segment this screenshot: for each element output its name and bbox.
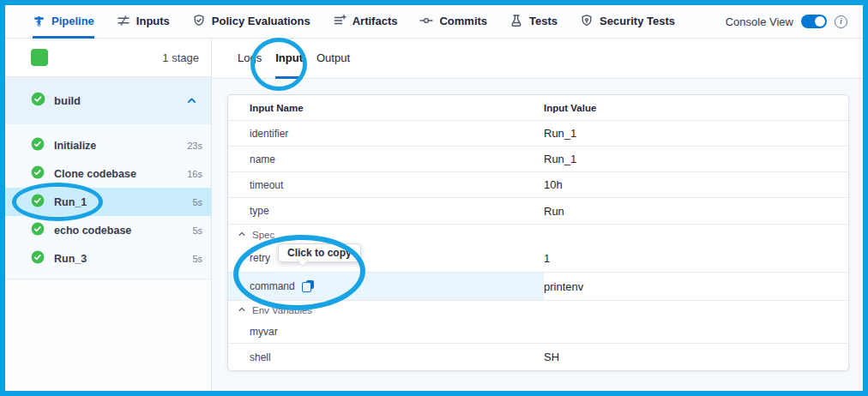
step-list: Initialize 23s Clone codebase 16s Run_1 … bbox=[5, 124, 211, 279]
top-tab-label: Tests bbox=[529, 15, 558, 27]
stage-name: build bbox=[54, 94, 81, 107]
input-value: 1 bbox=[544, 252, 848, 265]
top-tab-artifacts[interactable]: Artifacts bbox=[333, 5, 398, 39]
check-circle-icon bbox=[31, 194, 45, 211]
copy-icon[interactable] bbox=[302, 280, 314, 292]
top-tab-label: Security Tests bbox=[600, 15, 675, 27]
click-to-copy-tooltip: Click to copy bbox=[278, 243, 361, 262]
table-row[interactable]: myvar bbox=[228, 320, 848, 344]
input-value: SH bbox=[544, 351, 848, 363]
step-clone-codebase[interactable]: Clone codebase 16s bbox=[5, 159, 211, 188]
pipeline-icon bbox=[33, 15, 45, 27]
step-duration: 23s bbox=[187, 141, 202, 151]
tab-input[interactable]: Input bbox=[275, 39, 303, 79]
input-values-card: Input Name Input Value identifier Run_1 … bbox=[227, 94, 849, 371]
input-name: shell bbox=[250, 351, 271, 363]
input-value: Run_1 bbox=[544, 153, 848, 165]
table-header-row: Input Name Input Value bbox=[228, 95, 848, 121]
tests-icon bbox=[509, 14, 523, 27]
tab-label: Output bbox=[316, 51, 350, 64]
input-value: Run_1 bbox=[544, 127, 848, 140]
step-duration: 16s bbox=[187, 169, 202, 179]
top-tab-pipeline[interactable]: Pipeline bbox=[33, 5, 94, 39]
table-row[interactable]: type Run bbox=[228, 198, 848, 225]
input-value: printenv bbox=[544, 280, 848, 293]
chevron-up-icon[interactable] bbox=[186, 95, 197, 106]
step-duration: 5s bbox=[192, 254, 202, 264]
policy-evaluations-icon bbox=[192, 14, 206, 27]
execution-sidebar: 1 stage build Initialize 23s bbox=[5, 39, 212, 391]
top-tab-label: Policy Evaluations bbox=[212, 15, 310, 27]
input-name: name bbox=[250, 153, 275, 165]
section-label: Spec bbox=[252, 230, 274, 240]
input-value: Run bbox=[544, 205, 848, 218]
step-name: Run_3 bbox=[54, 253, 87, 265]
step-run-3[interactable]: Run_3 5s bbox=[5, 244, 211, 273]
chevron-up-icon bbox=[238, 230, 246, 240]
check-circle-icon bbox=[31, 92, 45, 110]
column-header-input-name: Input Name bbox=[228, 95, 544, 120]
stage-status-square-icon bbox=[31, 49, 48, 66]
section-label: Env Variables bbox=[252, 305, 312, 315]
chevron-up-icon bbox=[238, 305, 246, 315]
top-tab-policy-evaluations[interactable]: Policy Evaluations bbox=[192, 5, 310, 39]
stage-row-build[interactable]: build bbox=[5, 77, 211, 124]
table-row[interactable]: shell SH bbox=[228, 344, 848, 370]
console-view-toggle[interactable] bbox=[801, 15, 827, 28]
security-tests-icon bbox=[580, 14, 594, 27]
artifacts-icon bbox=[333, 14, 347, 27]
toggle-knob bbox=[815, 16, 825, 27]
top-tab-security-tests[interactable]: Security Tests bbox=[580, 5, 675, 39]
check-circle-icon bbox=[31, 137, 45, 154]
step-name: echo codebase bbox=[54, 225, 131, 237]
step-initialize[interactable]: Initialize 23s bbox=[5, 131, 211, 159]
details-tabbar: Logs Input Output bbox=[212, 39, 863, 79]
input-value: 10h bbox=[544, 178, 848, 191]
input-name: command bbox=[250, 280, 295, 292]
info-icon[interactable]: i bbox=[835, 15, 847, 28]
tab-label: Logs bbox=[238, 51, 262, 64]
input-name: retry bbox=[250, 252, 270, 264]
table-row[interactable]: name Run_1 bbox=[228, 147, 848, 172]
column-header-input-value: Input Value bbox=[544, 103, 848, 113]
pipeline-execution-app: Pipeline Inputs Policy Evaluations Artif… bbox=[5, 5, 863, 391]
top-tab-label: Pipeline bbox=[51, 15, 94, 27]
tab-output[interactable]: Output bbox=[316, 39, 350, 79]
table-row[interactable]: identifier Run_1 bbox=[228, 121, 848, 147]
step-name: Initialize bbox=[54, 140, 96, 152]
stage-summary-row: 1 stage bbox=[5, 39, 211, 77]
input-tab-content: Input Name Input Value identifier Run_1 … bbox=[212, 79, 863, 391]
tooltip-text: Click to copy bbox=[287, 247, 352, 259]
step-name: Clone codebase bbox=[54, 168, 136, 180]
top-tab-label: Inputs bbox=[136, 15, 170, 27]
step-duration: 5s bbox=[192, 225, 202, 236]
input-name: type bbox=[250, 205, 269, 217]
table-row-command[interactable]: command printenv bbox=[228, 273, 848, 301]
table-row[interactable]: timeout 10h bbox=[228, 172, 848, 198]
top-tab-tests[interactable]: Tests bbox=[509, 5, 558, 39]
inputs-icon bbox=[117, 14, 130, 27]
input-name: identifier bbox=[250, 128, 288, 140]
step-details-panel: Logs Input Output Input Name Input Value… bbox=[212, 39, 863, 391]
check-circle-icon bbox=[31, 222, 45, 239]
console-view-label: Console View bbox=[726, 15, 793, 28]
top-navigation: Pipeline Inputs Policy Evaluations Artif… bbox=[5, 5, 863, 39]
screenshot-frame: Pipeline Inputs Policy Evaluations Artif… bbox=[0, 0, 868, 396]
step-run-1[interactable]: Run_1 5s bbox=[5, 188, 211, 216]
stage-count: 1 stage bbox=[162, 51, 199, 64]
section-row-env-variables[interactable]: Env Variables bbox=[228, 301, 848, 320]
top-tab-inputs[interactable]: Inputs bbox=[117, 5, 170, 39]
top-tab-label: Artifacts bbox=[353, 15, 398, 27]
step-echo-codebase[interactable]: echo codebase 5s bbox=[5, 216, 211, 244]
tab-label: Input bbox=[275, 51, 303, 64]
commits-icon bbox=[419, 14, 433, 27]
top-tab-label: Commits bbox=[439, 15, 487, 27]
top-tab-commits[interactable]: Commits bbox=[419, 5, 487, 39]
check-circle-icon bbox=[31, 165, 45, 183]
step-name: Run_1 bbox=[54, 196, 87, 208]
section-row-spec[interactable]: Spec bbox=[228, 225, 848, 244]
step-duration: 5s bbox=[192, 197, 202, 207]
check-circle-icon bbox=[31, 250, 45, 267]
tab-logs[interactable]: Logs bbox=[238, 39, 262, 79]
input-name: myvar bbox=[250, 326, 278, 338]
